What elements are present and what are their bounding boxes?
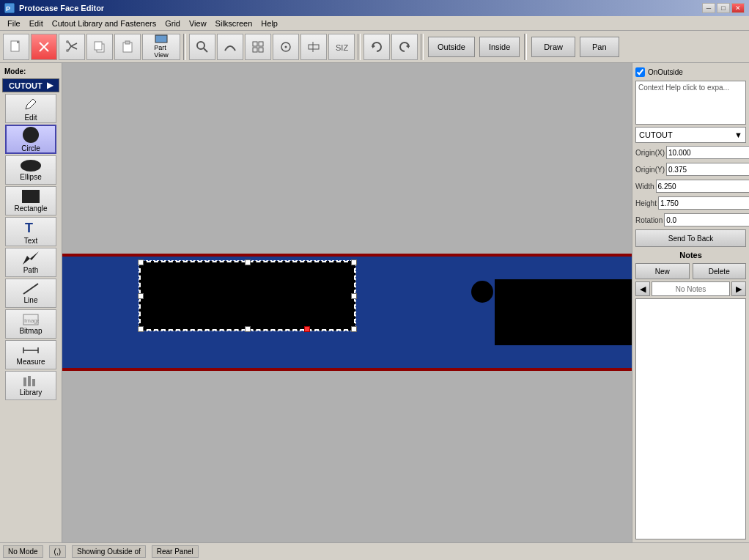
mode-active[interactable]: CUTOUT ▶ — [2, 78, 59, 92]
prev-note-button[interactable]: ◀ — [635, 281, 650, 296]
zoom-button[interactable] — [189, 34, 215, 60]
paste-button[interactable] — [114, 34, 141, 60]
tool-path[interactable]: Path — [5, 248, 56, 277]
rotation-row: Rotation — [635, 213, 746, 226]
tool-rectangle[interactable]: Rectangle — [5, 186, 56, 215]
window-title: Protocase Face Editor — [19, 4, 104, 12]
title-bar: P Protocase Face Editor ─ □ ✕ — [0, 0, 749, 16]
delete-note-button[interactable]: Delete — [693, 263, 747, 279]
svg-rect-12 — [155, 35, 167, 43]
cutout-dropdown[interactable]: CUTOUT ▼ — [635, 127, 746, 143]
width-row: Width — [635, 180, 746, 193]
svg-point-20 — [285, 45, 287, 48]
selected-cutout[interactable] — [139, 261, 355, 331]
height-row: Height — [635, 196, 746, 210]
cut-button[interactable] — [59, 34, 85, 60]
rotation-input[interactable] — [664, 213, 749, 226]
handle-red[interactable] — [304, 326, 310, 332]
menu-file[interactable]: File — [3, 18, 25, 29]
height-input[interactable] — [658, 196, 749, 210]
tool-edit[interactable]: Edit — [5, 94, 56, 123]
svg-rect-16 — [259, 42, 263, 46]
menu-cutout-library[interactable]: Cutout Library and Fasteners — [48, 18, 160, 29]
redo-button[interactable] — [391, 34, 418, 60]
grid-button[interactable] — [245, 34, 271, 60]
part-view-button[interactable]: PartView — [142, 34, 180, 60]
origin-x-row: Origin(X) — [635, 146, 746, 159]
svg-text:P: P — [6, 5, 10, 12]
close-button-toolbar[interactable] — [31, 34, 57, 60]
close-button[interactable]: ✕ — [731, 3, 745, 13]
notes-textarea[interactable] — [635, 298, 746, 539]
tool-circle[interactable]: Circle — [5, 125, 56, 154]
right-panel: OnOutside Context Help click to expa... … — [632, 63, 749, 542]
svg-rect-11 — [125, 41, 130, 44]
status-showing[interactable]: Showing Outside of — [72, 545, 146, 558]
height-label: Height — [635, 199, 657, 207]
new-button[interactable] — [3, 34, 29, 60]
on-outside-row: OnOutside — [635, 66, 746, 78]
menu-silkscreen[interactable]: Silkscreen — [211, 18, 257, 29]
undo-button[interactable] — [364, 34, 390, 60]
curve-button[interactable] — [217, 34, 243, 60]
send-to-back-button[interactable]: Send To Back — [635, 229, 746, 247]
main-area: Mode: CUTOUT ▶ Edit Circle Ellipse Recta… — [0, 63, 749, 542]
new-note-button[interactable]: New — [635, 263, 690, 279]
menu-help[interactable]: Help — [257, 18, 282, 29]
handle-top-left[interactable] — [138, 259, 144, 265]
canvas-area[interactable] — [62, 63, 632, 542]
handle-top-right[interactable] — [351, 259, 357, 265]
handle-bottom-right[interactable] — [351, 326, 357, 332]
handle-top-mid[interactable] — [245, 259, 251, 265]
handle-mid-left[interactable] — [138, 293, 144, 299]
maximize-button[interactable]: □ — [717, 3, 730, 13]
rotation-label: Rotation — [635, 216, 663, 224]
origin-y-label: Origin(Y) — [635, 166, 665, 174]
handle-bottom-mid[interactable] — [245, 326, 251, 332]
separator-2 — [358, 34, 361, 60]
outside-button[interactable]: Outside — [428, 37, 475, 57]
tool-library[interactable]: Library — [5, 371, 56, 400]
tool-measure[interactable]: Measure — [5, 340, 56, 369]
menu-edit[interactable]: Edit — [25, 18, 48, 29]
svg-rect-37 — [32, 379, 35, 386]
menu-view[interactable]: View — [185, 18, 211, 29]
svg-rect-21 — [309, 45, 319, 49]
svg-point-13 — [197, 42, 204, 49]
svg-marker-28 — [23, 251, 39, 265]
width-input[interactable] — [656, 180, 749, 193]
inside-button[interactable]: Inside — [479, 37, 520, 57]
tool-text[interactable]: T Text — [5, 217, 56, 246]
svg-text:SIZE: SIZE — [336, 43, 348, 52]
size-button[interactable]: SIZE — [328, 34, 355, 60]
app-icon: P — [4, 3, 15, 13]
svg-line-14 — [204, 48, 207, 52]
tool-line[interactable]: Line — [5, 279, 56, 308]
copy-button[interactable] — [86, 34, 113, 60]
origin-x-input[interactable] — [666, 146, 749, 159]
svg-line-29 — [23, 284, 38, 294]
origin-y-input[interactable] — [666, 163, 749, 176]
pan-button[interactable]: Pan — [580, 37, 619, 57]
status-coords[interactable]: (,) — [49, 545, 66, 558]
draw-button[interactable]: Draw — [531, 37, 575, 57]
tool-ellipse[interactable]: Ellipse — [5, 155, 56, 185]
svg-rect-3 — [17, 41, 19, 43]
tool-bitmap[interactable]: Image Bitmap — [5, 309, 56, 339]
context-help[interactable]: Context Help click to expa... — [635, 81, 746, 125]
status-mode[interactable]: No Mode — [3, 545, 43, 558]
menu-grid[interactable]: Grid — [160, 18, 185, 29]
notes-section-header: Notes — [635, 249, 746, 261]
status-panel[interactable]: Rear Panel — [152, 545, 199, 558]
svg-rect-35 — [23, 377, 26, 386]
on-outside-checkbox[interactable] — [635, 67, 645, 77]
grid2-button[interactable] — [300, 34, 327, 60]
handle-bottom-left[interactable] — [138, 326, 144, 332]
minimize-button[interactable]: ─ — [702, 3, 715, 13]
svg-rect-17 — [253, 48, 257, 52]
svg-text:T: T — [25, 221, 33, 235]
handle-mid-right[interactable] — [351, 293, 357, 299]
notes-nav: ◀ No Notes ▶ — [635, 281, 746, 296]
snap-button[interactable] — [273, 34, 299, 60]
next-note-button[interactable]: ▶ — [731, 281, 746, 296]
